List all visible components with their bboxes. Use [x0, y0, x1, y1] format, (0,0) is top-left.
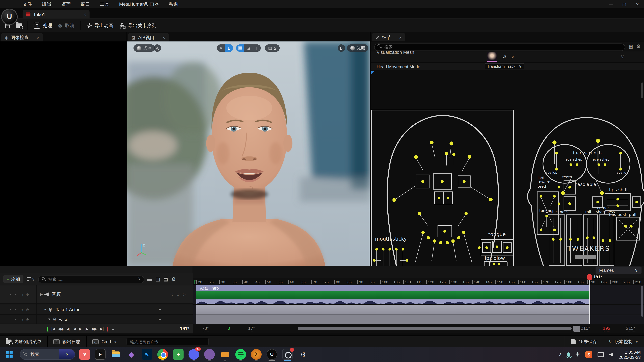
track-row-actor[interactable]: • ▪ ∩ ⊘ ▼ ◉ Take1 Actor + [0, 305, 193, 314]
display-filter-icon[interactable]: ▦ [628, 44, 633, 49]
track-row-face[interactable]: ▪ ∩ ⊘ ▼ ☠ Face + [0, 315, 193, 324]
expand-icon[interactable]: ▶ [40, 292, 43, 296]
head-movement-dropdown[interactable]: Transform Track ∨ [485, 63, 524, 70]
taskbar-app-spotify[interactable] [235, 349, 246, 360]
face-rig-diagram[interactable]: mouth sticky tongue lips blow face scrun… [371, 70, 644, 266]
timeline-track-area[interactable]: Act1_Intro [193, 285, 644, 324]
menu-help[interactable]: 帮助 [169, 1, 178, 7]
taskbar-app-cheat-engine[interactable]: λ [251, 349, 262, 360]
weather-widget[interactable]: ⚡ [59, 349, 75, 360]
tab-close-icon[interactable]: × [37, 35, 39, 40]
volume-icon[interactable] [609, 352, 613, 356]
total-end-value[interactable]: 215* [626, 326, 635, 331]
taskbar-app-unreal-engine[interactable]: U [266, 349, 277, 360]
sogou-input-icon[interactable]: S [585, 351, 592, 358]
taskbar-app-steelseries[interactable]: ⚙ [298, 349, 308, 360]
playhead-handle[interactable] [587, 274, 592, 280]
tab-ab-viewport[interactable]: ◪ A|B视口 × [128, 33, 169, 42]
pin-icon[interactable]: • [10, 308, 11, 312]
keyframe-options-icon[interactable]: ▬ [147, 276, 152, 282]
lock-icon[interactable]: ▪ [15, 317, 16, 321]
add-section-icon[interactable]: + [158, 307, 161, 312]
view-end-value[interactable]: 215* [581, 326, 590, 331]
menu-file[interactable]: 文件 [23, 1, 32, 7]
browse-asset-icon[interactable] [16, 23, 22, 28]
taskbar-app-obsidian[interactable]: ◆ [126, 349, 137, 360]
filter-button[interactable]: ∨ [27, 276, 35, 282]
lock-icon[interactable]: ▪ [15, 308, 16, 312]
transport-button-1[interactable]: |◀ [51, 326, 55, 331]
mute-icon[interactable]: ⊘ [26, 308, 29, 312]
transport-button-8[interactable]: ▶| [100, 326, 104, 331]
frames-dropdown[interactable]: Frames ∨ [596, 266, 642, 274]
taskbar-search[interactable]: 搜索 ⚡ [20, 349, 75, 360]
transport-button-7[interactable]: ◆▶ [92, 326, 97, 331]
menu-asset[interactable]: 资产 [61, 1, 70, 7]
sequencer-search-input[interactable] [38, 276, 144, 283]
offset-value[interactable]: 17* [248, 326, 255, 331]
process-button[interactable]: ⚙ 处理 [34, 22, 52, 28]
taskbar-app-font-app[interactable]: F [95, 349, 106, 360]
tab-take1[interactable]: Take1 × [23, 10, 90, 18]
curve-editor-icon[interactable]: ◫ [156, 276, 160, 282]
next-key-icon[interactable]: ▷ [183, 292, 186, 296]
tab-details[interactable]: 细节 × [372, 33, 405, 42]
add-track-button[interactable]: + 添加 [3, 275, 24, 283]
lighting-toggle-a[interactable]: 光照 [134, 44, 155, 52]
console-input[interactable] [126, 338, 209, 346]
unsaved-button[interactable]: 15未保存 [565, 336, 603, 348]
microphone-icon[interactable] [567, 352, 570, 357]
expand-icon[interactable]: ▼ [48, 318, 51, 321]
network-display-icon[interactable] [598, 352, 604, 357]
add-section-icon[interactable]: + [158, 316, 161, 322]
actor-track-section[interactable] [196, 305, 590, 314]
list-options-icon[interactable]: ▤ [164, 276, 168, 282]
transport-button-4[interactable]: ◀ [73, 326, 76, 331]
taskbar-app-file-explorer[interactable] [110, 349, 121, 360]
details-search-input[interactable] [374, 43, 625, 51]
menu-edit[interactable]: 编辑 [42, 1, 51, 7]
taskbar-clock[interactable]: 2:05 AM 2025-03-23 [619, 349, 641, 360]
view-a-badge[interactable]: A [154, 44, 161, 52]
taskbar-app-discord[interactable]: 9+ [188, 349, 199, 360]
details-scrollbar[interactable] [641, 82, 643, 98]
select-view-b[interactable]: B [225, 44, 233, 52]
tab-close-icon[interactable]: × [399, 35, 402, 40]
transport-button-5[interactable]: ▶ [79, 326, 82, 331]
audio-waveform[interactable] [196, 299, 590, 304]
lighting-toggle-b[interactable]: 光照 [347, 44, 368, 52]
content-drawer-button[interactable]: 内容侧滑菜单 [0, 336, 47, 348]
image-review-content[interactable] [0, 42, 126, 266]
add-key-icon[interactable]: ◇ [176, 292, 180, 296]
tracks-scrollbar[interactable] [641, 286, 643, 316]
zoom-handle[interactable] [574, 326, 580, 332]
timeline-ruler[interactable]: [ 20253035404550556065707580859095100105… [193, 278, 644, 285]
sequencer-gear-icon[interactable]: ⚙ [172, 276, 176, 282]
view-count-button[interactable]: ▤ 2 [265, 44, 280, 52]
playhead-line[interactable] [589, 280, 590, 324]
viewport-render[interactable]: Z 光照 A A B ◪ ◫ ▤ [127, 42, 370, 266]
tray-expand-icon[interactable]: ∧ [559, 352, 562, 357]
maximize-button[interactable]: ▢ [618, 0, 631, 8]
expand-icon[interactable]: ▼ [44, 308, 47, 312]
chevron-down-icon[interactable]: ∨ [138, 276, 141, 280]
start-button[interactable] [6, 351, 13, 358]
transport-button-6[interactable]: |▶ [85, 326, 88, 331]
taskbar-app-chrome[interactable] [157, 349, 168, 360]
timeline-scrollbar[interactable] [298, 327, 572, 330]
collapse-icon[interactable]: ∨ [620, 54, 624, 60]
mute-icon[interactable]: ⊘ [26, 292, 29, 296]
solo-icon[interactable]: ∩ [20, 292, 23, 296]
tab-close-icon[interactable]: × [163, 35, 165, 40]
layout-dual-icon[interactable]: ◫ [252, 44, 261, 52]
transport-button-10[interactable]: → [111, 326, 115, 331]
range-start-value[interactable]: -8* [203, 326, 209, 331]
cmd-dropdown[interactable]: ›_ Cmd ∨ [87, 336, 122, 348]
revision-control-dropdown[interactable]: ⑂ 版本控制 ∨ [603, 336, 644, 348]
playback-zero-value[interactable]: 0 [228, 326, 230, 331]
cancel-button[interactable]: ⊗ 取消 [58, 22, 74, 28]
solo-icon[interactable]: ∩ [20, 317, 23, 321]
mute-icon[interactable]: ⊘ [26, 317, 29, 321]
taskbar-app-pinned-red-app[interactable]: ♥ [79, 349, 90, 360]
browse-to-asset-icon[interactable]: ⌕ [511, 54, 514, 60]
